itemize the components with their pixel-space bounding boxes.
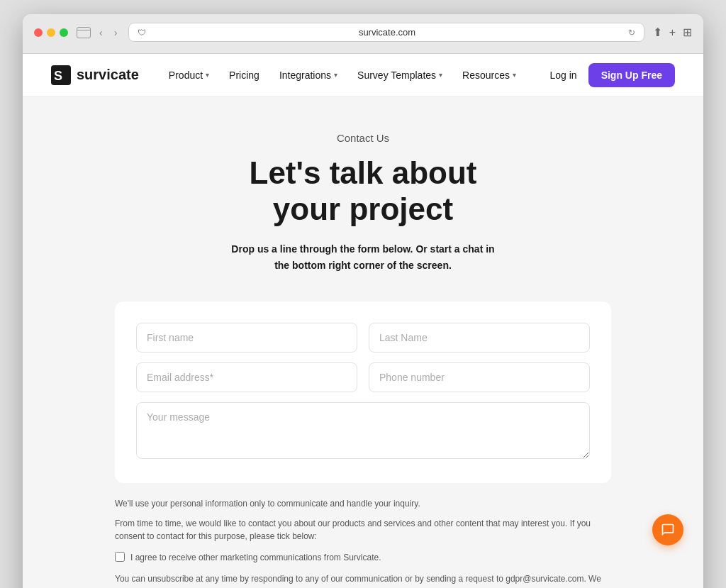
logo[interactable]: S survicate [51, 65, 139, 85]
first-name-input[interactable] [136, 323, 357, 353]
name-row [136, 323, 590, 353]
integrations-chevron-icon: ▾ [334, 71, 337, 79]
marketing-checkbox-row: I agree to receive other marketing commu… [115, 551, 611, 564]
close-button[interactable] [34, 28, 43, 37]
nav-auth: Log in Sign Up Free [549, 63, 675, 87]
resources-chevron-icon: ▾ [513, 71, 516, 79]
nav-links: Product ▾ Pricing Integrations ▾ Survey … [160, 64, 550, 87]
maximize-button[interactable] [60, 28, 68, 37]
phone-input[interactable] [369, 362, 590, 392]
templates-chevron-icon: ▾ [439, 71, 442, 79]
privacy-text: We'll use your personal information only… [115, 497, 611, 510]
login-button[interactable]: Log in [549, 70, 576, 81]
tabs-icon[interactable]: ⊞ [683, 26, 692, 39]
browser-chrome: ‹ › 🛡 survicate.com ↻ ⬆ + ⊞ [23, 14, 703, 54]
url-display: survicate.com [152, 27, 622, 38]
email-input[interactable] [136, 362, 357, 392]
new-tab-icon[interactable]: + [669, 26, 676, 39]
chat-button[interactable] [652, 514, 683, 545]
browser-controls: ‹ › [77, 26, 120, 40]
hero-heading: Let's talk about your project [115, 155, 611, 227]
chat-icon [661, 523, 675, 537]
security-icon: 🛡 [138, 28, 146, 38]
logo-text: survicate [77, 67, 139, 83]
hero-heading-line2: your project [273, 192, 453, 226]
last-name-input[interactable] [369, 323, 590, 353]
nav-pricing[interactable]: Pricing [220, 64, 268, 87]
logo-icon: S [51, 65, 71, 85]
share-icon[interactable]: ⬆ [653, 26, 662, 39]
forward-button[interactable]: › [111, 26, 121, 40]
back-button[interactable]: ‹ [96, 26, 106, 40]
address-bar[interactable]: 🛡 survicate.com ↻ [128, 23, 644, 42]
hero-heading-line1: Let's talk about [250, 155, 477, 190]
navbar: S survicate Product ▾ Pricing Integratio… [23, 54, 703, 96]
nav-survey-templates[interactable]: Survey Templates ▾ [349, 64, 451, 87]
reload-icon[interactable]: ↻ [628, 28, 635, 38]
product-chevron-icon: ▾ [206, 71, 209, 79]
marketing-checkbox-label: I agree to receive other marketing commu… [130, 551, 381, 564]
browser-window: ‹ › 🛡 survicate.com ↻ ⬆ + ⊞ S [23, 14, 703, 588]
hero-subtext: Drop us a line through the form below. O… [115, 241, 611, 273]
window-layout-icon[interactable] [77, 27, 91, 38]
traffic-lights [34, 28, 68, 37]
marketing-checkbox[interactable] [115, 552, 125, 562]
consent-text: From time to time, we would like to cont… [115, 517, 611, 543]
svg-text:S: S [54, 69, 62, 83]
site-content: S survicate Product ▾ Pricing Integratio… [23, 54, 703, 588]
signup-button[interactable]: Sign Up Free [588, 63, 675, 87]
main-content: Contact Us Let's talk about your project… [86, 96, 640, 588]
minimize-button[interactable] [47, 28, 55, 37]
browser-actions: ⬆ + ⊞ [653, 26, 692, 39]
contact-form [115, 301, 611, 483]
nav-resources[interactable]: Resources ▾ [454, 64, 525, 87]
nav-product[interactable]: Product ▾ [160, 64, 218, 87]
nav-integrations[interactable]: Integrations ▾ [271, 64, 346, 87]
message-textarea[interactable] [136, 402, 590, 459]
contact-row [136, 362, 590, 392]
unsubscribe-text: You can unsubscribe at any time by respo… [115, 572, 611, 588]
contact-label: Contact Us [115, 132, 611, 144]
